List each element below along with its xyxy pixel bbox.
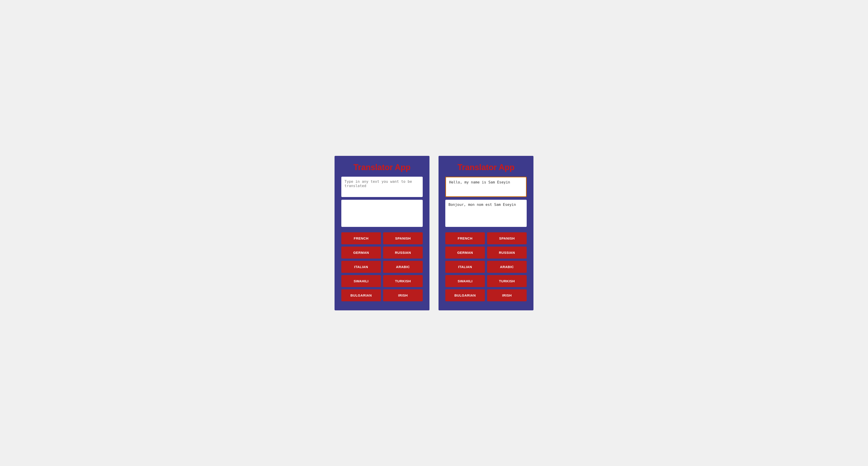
translation-output-2: Bonjour, mon nom est Sam Eseyin: [445, 200, 527, 227]
app-panel-empty: Translator App FRENCH SPANISH GERMAN RUS…: [335, 156, 430, 310]
text-input-1[interactable]: [341, 177, 423, 197]
btn-swahili-2[interactable]: SWAHILI: [445, 275, 485, 287]
btn-spanish-2[interactable]: SPANISH: [487, 232, 527, 244]
btn-russian-1[interactable]: RUSSIAN: [383, 246, 423, 259]
btn-bulgarian-1[interactable]: BULGARIAN: [341, 289, 381, 301]
btn-italian-2[interactable]: ITALIAN: [445, 261, 485, 273]
btn-arabic-2[interactable]: ARABIC: [487, 261, 527, 273]
language-buttons-grid-2: FRENCH SPANISH GERMAN RUSSIAN ITALIAN AR…: [445, 232, 527, 301]
text-input-2[interactable]: Hello, my name is Sam Eseyin: [445, 177, 527, 197]
btn-turkish-2[interactable]: TURKISH: [487, 275, 527, 287]
btn-irish-1[interactable]: IRISH: [383, 289, 423, 301]
btn-bulgarian-2[interactable]: BULGARIAN: [445, 289, 485, 301]
translation-output-1: [341, 200, 423, 227]
btn-spanish-1[interactable]: SPANISH: [383, 232, 423, 244]
btn-italian-1[interactable]: ITALIAN: [341, 261, 381, 273]
btn-german-1[interactable]: GERMAN: [341, 246, 381, 259]
btn-arabic-1[interactable]: ARABIC: [383, 261, 423, 273]
btn-french-1[interactable]: FRENCH: [341, 232, 381, 244]
btn-russian-2[interactable]: RUSSIAN: [487, 246, 527, 259]
app-title-2: Translator App: [445, 163, 527, 172]
btn-french-2[interactable]: FRENCH: [445, 232, 485, 244]
btn-irish-2[interactable]: IRISH: [487, 289, 527, 301]
language-buttons-grid-1: FRENCH SPANISH GERMAN RUSSIAN ITALIAN AR…: [341, 232, 423, 301]
app-panel-filled: Translator App Hello, my name is Sam Ese…: [438, 156, 533, 310]
app-title-1: Translator App: [341, 163, 423, 172]
btn-turkish-1[interactable]: TURKISH: [383, 275, 423, 287]
btn-german-2[interactable]: GERMAN: [445, 246, 485, 259]
btn-swahili-1[interactable]: SWAHILI: [341, 275, 381, 287]
